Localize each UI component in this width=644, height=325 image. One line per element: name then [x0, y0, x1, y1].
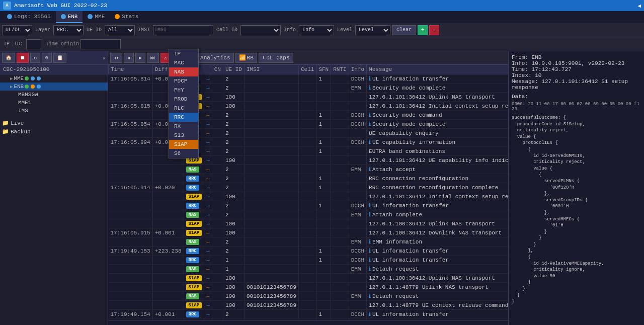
ip-label: IP — [2, 41, 11, 47]
horizontal-scrollbar[interactable] — [108, 320, 508, 325]
table-row[interactable]: S1AP→100127.0.1.101:36412 Initial contex… — [109, 192, 509, 201]
tab-mme[interactable]: MME — [83, 11, 110, 23]
layer-label: Layer — [34, 27, 52, 33]
nav-first-btn[interactable]: ⏮ — [110, 53, 122, 63]
table-row[interactable]: 17:16:05.914+0.020RRC→21RRC connection r… — [109, 183, 509, 192]
imsi-label: IMSI — [136, 27, 151, 33]
dropdown-s1ap[interactable]: S1AP — [169, 140, 198, 149]
table-row[interactable]: NAS←2EMMℹEMM information — [109, 237, 509, 247]
close-left-panel[interactable]: ✕ — [102, 55, 106, 61]
id-input[interactable] — [26, 39, 41, 49]
nav-prev-btn[interactable]: ◀ — [124, 53, 134, 63]
tree-btn-4[interactable]: ⚙ — [42, 53, 52, 63]
dot-green-2 — [25, 85, 29, 89]
tab-logs-label: Logs: 35565 — [14, 14, 51, 20]
nav-last-btn[interactable]: ⏭ — [147, 53, 159, 63]
tree-btn-3[interactable]: ↻ — [30, 53, 40, 63]
dot-green-1 — [25, 76, 29, 80]
tree-item-live[interactable]: 📁 Live — [0, 119, 108, 127]
tab-mme-icon — [88, 14, 93, 19]
table-row[interactable]: RRC→11DCCHℹUL information transfer — [109, 256, 509, 265]
ue-id-select[interactable]: All12 — [105, 25, 135, 35]
nav-next-btn[interactable]: ▶ — [135, 53, 145, 63]
tree-item-mme[interactable]: ▶ MME — [0, 74, 108, 83]
table-row[interactable]: 17:16:05.915+0.001S1AP←100127.0.1.100:36… — [109, 228, 509, 237]
app-icon: A — [3, 2, 11, 10]
id-label: ID: — [13, 41, 25, 47]
table-row[interactable]: NAS←100001010123456789EMMℹDetach request — [109, 292, 509, 301]
tab-bar: Logs: 35565 ENB MME Stats — [0, 11, 644, 23]
tab-enb[interactable]: ENB — [56, 11, 83, 23]
col-imsi: IMSI — [244, 65, 298, 74]
filter-bar-2: IP ID: Time origin 00:00:00.000 — [0, 37, 644, 51]
table-row[interactable]: S1AP←100001010123456789127.0.1.1:48779 U… — [109, 283, 509, 292]
tree-btn-2[interactable]: ⏹ — [17, 53, 29, 63]
table-row[interactable]: S1AP→100127.0.1.100:36412 Uplink NAS tra… — [109, 274, 509, 283]
col-cell: Cell — [299, 65, 316, 74]
dropdown-phy[interactable]: PHY — [169, 86, 198, 95]
dropdown-s13[interactable]: S13 — [169, 131, 198, 140]
ul-dl-select[interactable]: UL/DLULDL — [2, 25, 32, 35]
tree-root-label: CBC-2021050100 — [3, 66, 49, 72]
col-cn: CN — [212, 65, 223, 74]
cell-id-select[interactable] — [240, 25, 281, 35]
imsi-input[interactable] — [153, 25, 213, 35]
tree-item-backup[interactable]: 📁 Backup — [0, 127, 108, 136]
table-row[interactable]: NAS←2EMMℹAttach accept — [109, 165, 509, 174]
tree-header: CBC-2021050100 — [0, 65, 108, 74]
dropdown-rlc[interactable]: RLC — [169, 104, 198, 113]
level-select[interactable]: Level — [355, 25, 390, 35]
dl-caps-btn[interactable]: ⬇ DL Caps — [259, 53, 293, 63]
title-bar: A Amarisoft Web GUI 2022-02-23 ◀ — [0, 0, 644, 11]
tree-btn-5[interactable]: 📋 — [53, 53, 66, 63]
time-origin-label: Time origin — [46, 41, 79, 47]
tree-btn-1[interactable]: 🏠 — [2, 53, 15, 63]
col-time: Time — [109, 65, 153, 74]
dropdown-rrc[interactable]: RRC — [169, 113, 198, 122]
table-row[interactable]: NAS→2EMMℹAttach complete — [109, 210, 509, 219]
tree-spacer — [0, 115, 108, 119]
dropdown-prod[interactable]: PROD — [169, 95, 198, 104]
rb-btn[interactable]: 📶 RB — [235, 53, 257, 63]
table-row[interactable]: NAS←1EMMℹDetach request — [109, 265, 509, 274]
dropdown-ip[interactable]: IP — [169, 51, 198, 58]
table-row[interactable]: 17:19:49.153+223.238RRC→21DCCHℹUL inform… — [109, 247, 509, 256]
table-row[interactable]: RRC→21DCCHℹUL information transfer — [109, 201, 509, 210]
dropdown-rx[interactable]: RX — [169, 122, 198, 131]
add-filter-button[interactable]: + — [418, 25, 428, 35]
clear-button[interactable]: Clear — [392, 25, 416, 35]
app-title: Amarisoft Web GUI 2022-02-23 — [14, 3, 107, 9]
dropdown-nas[interactable]: NAS — [169, 67, 198, 76]
analytics-label: Analytics — [200, 55, 230, 61]
folder-icon-backup: 📁 — [2, 128, 9, 135]
table-row[interactable]: 17:19:49.154+0.001RRC→21DCCHℹUL informat… — [109, 310, 509, 319]
cell-id-label: Cell ID — [215, 27, 239, 33]
table-row[interactable]: RRC←21RRC connection reconfiguration — [109, 174, 509, 183]
tree-item-mme1[interactable]: MME1 — [0, 99, 108, 107]
table-row[interactable]: S1AP→100127.0.1.100:36412 Uplink NAS tra… — [109, 219, 509, 228]
tab-stats-label: Stats — [122, 14, 138, 20]
tree-label-mbmsgw: MBMSGW — [18, 92, 38, 98]
layer-select[interactable]: RRC.IPMACNASPDCPPHYRLCRRCS1AP — [53, 25, 84, 35]
dropdown-s6[interactable]: S6 — [169, 149, 198, 158]
dot-orange-1 — [31, 85, 35, 89]
back-btn[interactable]: ◀ — [637, 3, 641, 9]
tab-logs-icon — [7, 14, 12, 19]
tab-stats[interactable]: Stats — [110, 11, 143, 23]
main-area: 🏠 ⏹ ↻ ⚙ 📋 ✕ CBC-2021050100 ▶ MME ▶ ENB — [0, 51, 644, 325]
dropdown-mac[interactable]: MAC — [169, 58, 198, 67]
info-select[interactable]: Info — [299, 25, 334, 35]
tree-item-ims[interactable]: IMS — [0, 107, 108, 115]
dropdown-pdcp[interactable]: PDCP — [169, 76, 198, 86]
dot-blue-3 — [37, 85, 41, 89]
table-row[interactable]: S1AP→100001010123456789127.0.1.1:48779 U… — [109, 301, 509, 310]
tab-logs[interactable]: Logs: 35565 — [2, 11, 56, 23]
folder-icon-live: 📁 — [2, 120, 9, 126]
tab-enb-label: ENB — [68, 14, 78, 20]
tree-item-enb[interactable]: ▶ ENB — [0, 83, 108, 91]
dl-caps-label: DL Caps — [266, 55, 289, 61]
tree-label-mme1: MME1 — [18, 100, 31, 106]
remove-filter-button[interactable]: - — [429, 25, 439, 35]
time-origin-input[interactable]: 00:00:00.000 — [80, 39, 121, 49]
tree-item-mbmsgw[interactable]: MBMSGW — [0, 91, 108, 99]
